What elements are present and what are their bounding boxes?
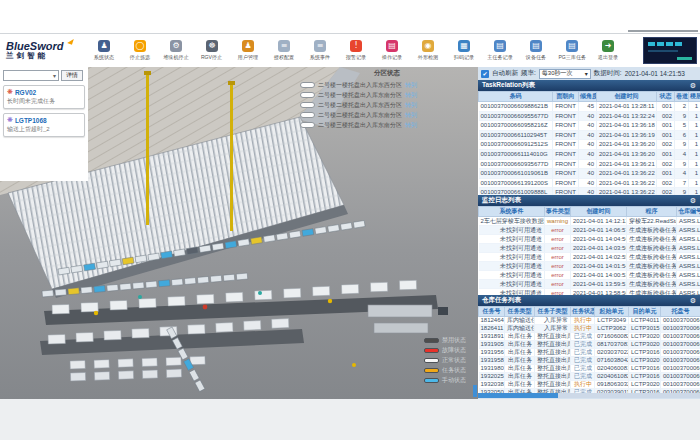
page-background	[0, 399, 700, 440]
table-row[interactable]: 0010037000660955677DFRONT402021-04-01 13…	[479, 111, 700, 121]
table-row[interactable]: 1812464库内输送任务入库异常执行中LCTP3049LCTP40110010…	[479, 317, 700, 325]
toolbar-item-label: 系统事件	[310, 53, 330, 61]
table-row[interactable]: 0010037000661019061BFRONT402021-04-01 13…	[479, 169, 700, 179]
table-row[interactable]: 1931980出库任务整托直接出库已完成0204060081LCTP301600…	[479, 365, 700, 373]
zone-toggle-row: 二号楼二楼托盘出入库东南分区 转到	[300, 110, 474, 120]
toolbar-item-label: 设备任务	[526, 53, 546, 61]
table-row[interactable]: 未找到可用通道error2021-04-01 13:59:51生成连板跨巷任务请…	[479, 280, 700, 289]
system-events-icon[interactable]: ≡ 系统事件	[302, 40, 338, 62]
task-relation-table: 条码面朝向倾角度创建时间状态巷道楼层 0010037000660988621BF…	[478, 91, 700, 195]
zone-checkbox[interactable]	[300, 112, 315, 118]
rgv-stop-icon[interactable]: ☸ RGV停止	[194, 40, 230, 62]
license-config-icon[interactable]: ≡ 授权配置	[266, 40, 302, 62]
status-mini-monitor[interactable]	[643, 37, 697, 64]
gear-icon[interactable]: ⚙	[690, 197, 696, 205]
user-management-icon[interactable]: ♟ 用户管理	[230, 40, 266, 62]
viewport-scrollbar[interactable]	[473, 385, 477, 397]
column-header: 倾角度	[579, 92, 597, 102]
detail-button[interactable]: 详情	[61, 70, 83, 81]
scrollbar-thumb[interactable]	[478, 393, 558, 398]
zone-goto-link[interactable]: 转到	[405, 101, 417, 110]
zone-checkbox[interactable]	[300, 82, 315, 88]
zone-goto-link[interactable]: 转到	[405, 111, 417, 120]
zone-label: 二号楼一楼托盘出入库东西分区	[318, 81, 402, 90]
alert-card[interactable]: ❋LGTP1068 输送上货超时_2	[3, 113, 85, 137]
brand-name-cn: 兰剑智能	[6, 52, 86, 60]
main-task-log-icon[interactable]: ▤ 主任务记录	[482, 40, 518, 62]
zone-goto-link[interactable]: 转到	[405, 121, 417, 130]
table-row[interactable]: 0010037000660958216ZFRONT402021-04-01 13…	[479, 121, 700, 131]
table-row[interactable]: 1932025出库任务整托直接出库已完成0204061082LCTP301600…	[479, 373, 700, 381]
toolbar-icon: ≡	[278, 40, 290, 52]
zone-goto-link[interactable]: 转到	[405, 91, 417, 100]
table-row[interactable]: 2车七层穿梭车接收数据未满足长度warning2021-04-01 14:12:…	[479, 217, 700, 226]
table-row[interactable]: 未找到可用通道error2021-04-01 14:01:54生成连板跨巷任务请…	[479, 262, 700, 271]
table-row[interactable]: 0010037000660912512SFRONT402021-04-01 13…	[479, 140, 700, 150]
toolbar-buttons: ♟ 系统状态 ◯ 停止拣选 ⚙ 堆垛机停止 ☸ RGV停止	[86, 40, 626, 62]
table-row[interactable]: 未找到可用通道error2021-04-01 14:03:56生成连板跨巷任务请…	[479, 244, 700, 253]
zone-panel-title: 分区状态	[300, 69, 474, 78]
zone-label: 二号楼三楼托盘出入库东南分区	[318, 121, 402, 130]
system-status-icon[interactable]: ♟ 系统状态	[86, 40, 122, 62]
alert-device-icon: ❋	[7, 116, 13, 124]
table-row[interactable]: 0010037000661009888LFRONT402021-04-01 13…	[479, 188, 700, 195]
stacker-stop-icon[interactable]: ⚙ 堆垛机停止	[158, 40, 194, 62]
legend-label: 禁用状态	[442, 336, 466, 345]
table-row[interactable]: 1931956出库任务整托直接出库已完成0203037022LCTP301600…	[479, 349, 700, 357]
table-row[interactable]: 未找到可用通道error2021-04-01 14:04:56生成连板跨巷任务请…	[479, 235, 700, 244]
table-row[interactable]: 1826411库内输送任务入库异常执行中LCTP3062LCTP30150010…	[479, 325, 700, 333]
toolbar-item-label: 操作记录	[382, 53, 402, 61]
toolbar-item-label: 停止拣选	[130, 53, 150, 61]
table-row[interactable]: 未找到可用通道error2021-04-01 14:06:57生成连板跨巷任务请…	[479, 226, 700, 235]
zone-checkbox[interactable]	[300, 92, 315, 98]
alert-card[interactable]: ❋RGV02 长时间未完成任务	[3, 85, 85, 109]
column-header: 程序	[627, 207, 677, 217]
table-row[interactable]: 1931891出库任务整托直接出库已完成0716060082LCTP302000…	[479, 333, 700, 341]
gear-icon[interactable]: ⚙	[690, 297, 696, 305]
table-row[interactable]: 未找到可用通道error2021-04-01 14:02:55生成连板跨巷任务请…	[479, 253, 700, 262]
table-row[interactable]: 0010037000660988621BFRONT452021-04-01 13…	[479, 102, 700, 112]
chevron-down-icon: ▾	[585, 70, 588, 77]
table-row[interactable]: 1931958出库任务整托直接出库已完成0716038042LCTP302000…	[479, 357, 700, 365]
pg-task-icon[interactable]: ▤ PG三库任务	[554, 40, 590, 62]
toolbar-item-label: 系统状态	[94, 53, 114, 61]
alert-message: 输送上货超时_2	[7, 125, 81, 134]
warehouse-3d-viewport[interactable]: ▾ 详情 ❋RGV02 长时间未完成任务 ❋LGTP1068 输送上货超时_2	[0, 67, 478, 400]
auto-refresh-checkbox[interactable]: ✔	[481, 70, 489, 78]
table-row[interactable]: 0010037000660935677DFRONT402021-04-01 13…	[479, 159, 700, 169]
logout-icon[interactable]: ➜ 退出登录	[590, 40, 626, 62]
profile-check-icon[interactable]: ◉ 外形检测	[410, 40, 446, 62]
toolbar-icon: ◯	[134, 40, 146, 52]
table-row[interactable]: 1932038出库任务整托直接出库执行中0918063032LCTP302000…	[479, 381, 700, 389]
table-row[interactable]: 0010037000661391200SFRONT402021-04-01 13…	[479, 178, 700, 188]
device-task-icon[interactable]: ▤ 设备任务	[518, 40, 554, 62]
auto-refresh-label: 自动刷新	[492, 69, 518, 78]
column-header: 任务状态	[571, 307, 595, 317]
table-row[interactable]: 0010037000661102945TFRONT402021-04-01 13…	[479, 130, 700, 140]
table-row[interactable]: 未找到可用通道error2021-04-01 14:00:52生成连板跨巷任务请…	[479, 271, 700, 280]
zone-goto-link[interactable]: 转到	[405, 81, 417, 90]
monitor-cell	[648, 42, 655, 46]
toolbar-icon: ◉	[422, 40, 434, 52]
device-filter-select[interactable]: ▾	[3, 70, 59, 81]
scan-log-icon[interactable]: ▦ 扫码记录	[446, 40, 482, 62]
table-horizontal-scrollbar[interactable]	[478, 393, 700, 398]
zone-list: 二号楼一楼托盘出入库东西分区 转到 二号楼一楼托盘出入库东南分区 转到 二号楼二…	[300, 80, 474, 130]
monitor-log-table: 系统事件事件类型创建时间程序仓库编号 2车七层穿梭车接收数据未满足长度warni…	[478, 206, 700, 295]
table-row[interactable]: 1931905出库任务整托直接出库已完成0817037081LCTP302000…	[479, 341, 700, 349]
alert-device-id: LGTP1068	[15, 117, 47, 124]
stop-picking-icon[interactable]: ◯ 停止拣选	[122, 40, 158, 62]
operation-log-icon[interactable]: ▤ 操作记录	[374, 40, 410, 62]
task-relation-title: TaskRelation列表	[482, 81, 535, 90]
alarm-log-icon[interactable]: ! 报警记录	[338, 40, 374, 62]
refresh-rate-value: 每30秒一次	[542, 69, 573, 78]
gear-icon[interactable]: ⚙	[690, 82, 696, 90]
monitor-progress-bar	[677, 57, 692, 60]
zone-checkbox[interactable]	[300, 122, 315, 128]
toolbar-item-label: 主任务记录	[487, 53, 513, 61]
app-window: BlueSword 兰剑智能 ♟ 系统状态 ◯ 停止拣选 ⚙ 堆垛机停止	[0, 33, 700, 399]
column-header: 目的单元	[629, 307, 661, 317]
table-row[interactable]: 0010037000661114010GFRONT402021-04-01 13…	[479, 149, 700, 159]
zone-checkbox[interactable]	[300, 102, 315, 108]
refresh-rate-select[interactable]: 每30秒一次▾	[539, 69, 591, 79]
